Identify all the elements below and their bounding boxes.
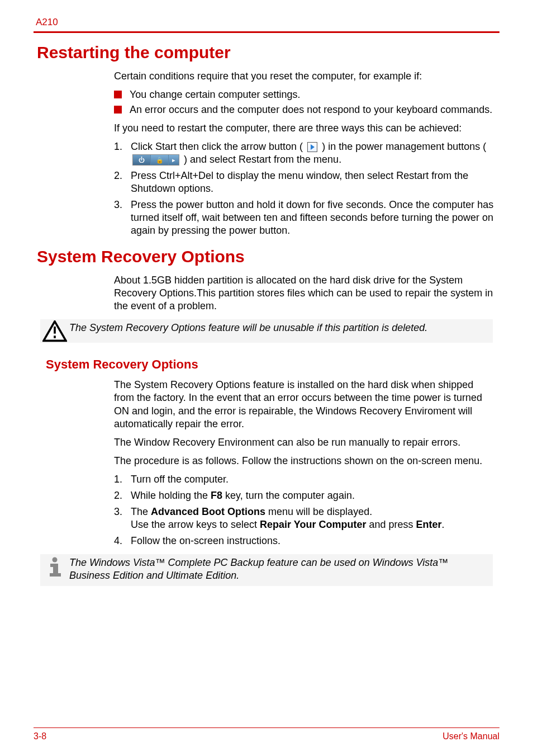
text-span: Use the arrow keys to select — [131, 519, 260, 530]
restart-ways-intro: If you need to restart the computer, the… — [114, 122, 496, 135]
model-label: A210 — [36, 17, 499, 28]
text-span: key, turn the computer again. — [222, 490, 355, 501]
step-text: Press the power button and hold it down … — [131, 199, 496, 237]
arrow-segment-icon: ▸ — [169, 155, 179, 165]
step-number: 2. — [114, 489, 131, 502]
step-text: Click Start then click the arrow button … — [131, 140, 496, 166]
power-segment-icon: ⏻ — [133, 155, 151, 165]
step-number: 1. — [114, 140, 131, 166]
heading-sro: System Recovery Options — [37, 247, 496, 266]
list-item: 1. Click Start then click the arrow butt… — [114, 140, 496, 166]
restart-bullets: You change certain computer settings. An… — [114, 88, 496, 116]
text-span: and press — [366, 519, 416, 530]
sro-steps: 1. Turn off the computer. 2. While holdi… — [114, 473, 496, 547]
list-item: 2. Press Ctrl+Alt+Del to display the men… — [114, 169, 496, 195]
sro-p2: The Window Recovery Environment can also… — [114, 436, 496, 449]
restart-steps: 1. Click Start then click the arrow butt… — [114, 140, 496, 237]
step-number: 2. — [114, 169, 131, 195]
text-span: ) and select Restart from the menu. — [184, 154, 341, 165]
step-text: The Advanced Boot Options menu will be d… — [131, 505, 496, 531]
warning-icon — [40, 319, 69, 343]
sro-p1: The System Recovery Options feature is i… — [114, 379, 496, 430]
text-span: menu will be displayed. — [265, 506, 372, 517]
text-span: The — [131, 506, 151, 517]
page-header: A210 — [34, 17, 499, 33]
step-text: Follow the on-screen instructions. — [131, 535, 496, 547]
bullet-text: You change certain computer settings. — [130, 88, 301, 101]
list-item: An error occurs and the computer does no… — [114, 103, 496, 116]
text-span: Click Start then click the arrow button … — [131, 141, 303, 152]
page-number: 3-8 — [34, 731, 46, 741]
text-span: ) in the power management buttons ( — [322, 141, 486, 152]
step-number: 3. — [114, 199, 131, 237]
step-text: Press Ctrl+Alt+Del to display the menu w… — [131, 169, 496, 195]
bullet-text: An error occurs and the computer does no… — [130, 103, 492, 116]
square-bullet-icon — [114, 106, 122, 114]
label-repair-your-computer: Repair Your Computer — [260, 519, 366, 530]
warning-text: The System Recovery Options feature will… — [69, 319, 493, 343]
key-f8: F8 — [211, 490, 222, 501]
page: A210 Restarting the computer Certain con… — [0, 0, 533, 756]
key-enter: Enter — [416, 519, 442, 530]
list-item: 2. While holding the F8 key, turn the co… — [114, 489, 496, 502]
header-rule — [34, 31, 499, 33]
page-body: Restarting the computer Certain conditio… — [34, 43, 499, 586]
page-footer: 3-8 User's Manual — [34, 727, 499, 741]
sro-intro: About 1.5GB hidden partition is allocate… — [114, 274, 496, 313]
svg-rect-1 — [54, 327, 56, 334]
step-text: While holding the F8 key, turn the compu… — [131, 489, 496, 502]
info-text: The Windows Vista™ Complete PC Backup fe… — [69, 554, 493, 586]
list-item: 3. Press the power button and hold it do… — [114, 199, 496, 237]
power-management-buttons-icon: ⏻ 🔒 ▸ — [132, 154, 179, 166]
info-callout: The Windows Vista™ Complete PC Backup fe… — [40, 554, 493, 586]
info-icon — [40, 554, 69, 586]
subheading-sro: System Recovery Options — [46, 357, 496, 372]
step-number: 1. — [114, 473, 131, 486]
square-bullet-icon — [114, 91, 122, 98]
list-item: You change certain computer settings. — [114, 88, 496, 101]
lock-segment-icon: 🔒 — [151, 155, 169, 165]
svg-rect-6 — [50, 573, 61, 577]
warning-callout: The System Recovery Options feature will… — [40, 319, 493, 343]
list-item: 4. Follow the on-screen instructions. — [114, 535, 496, 547]
step-text: Turn off the computer. — [131, 473, 496, 486]
heading-restarting: Restarting the computer — [37, 43, 496, 62]
label-advanced-boot: Advanced Boot Options — [151, 506, 265, 517]
text-span: While holding the — [131, 490, 211, 501]
manual-label: User's Manual — [442, 731, 499, 741]
list-item: 3. The Advanced Boot Options menu will b… — [114, 505, 496, 531]
svg-rect-5 — [53, 564, 58, 574]
restart-intro: Certain conditions require that you rese… — [114, 70, 496, 83]
svg-rect-2 — [54, 336, 56, 339]
arrow-button-icon — [307, 142, 317, 152]
sro-p3: The procedure is as follows. Follow the … — [114, 455, 496, 467]
step-number: 4. — [114, 535, 131, 547]
footer-row: 3-8 User's Manual — [34, 731, 499, 741]
footer-rule — [34, 727, 499, 728]
step-number: 3. — [114, 505, 131, 531]
text-span: . — [442, 519, 445, 530]
svg-point-3 — [53, 557, 58, 562]
list-item: 1. Turn off the computer. — [114, 473, 496, 486]
